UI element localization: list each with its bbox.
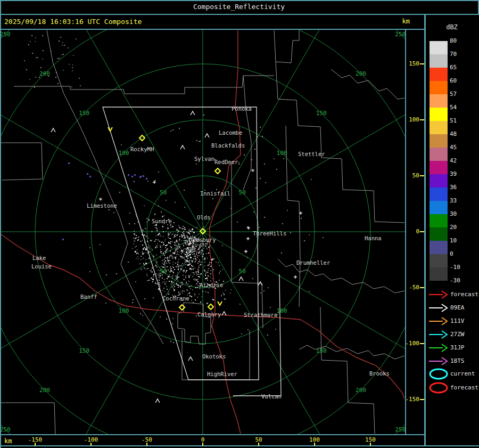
echo-pixel — [32, 53, 33, 54]
colorbar-tick-label: 42 — [450, 158, 468, 164]
echo-pixel — [160, 275, 161, 276]
echo-pixel — [224, 294, 225, 295]
echo-pixel — [55, 77, 56, 78]
echo-pixel — [160, 251, 161, 252]
echo-pixel — [205, 275, 206, 276]
city-label: Lacombe — [219, 129, 242, 136]
echo-pixel — [170, 227, 171, 228]
echo-pixel — [56, 72, 57, 73]
echo-pixel — [135, 214, 136, 215]
echo-pixel — [164, 262, 165, 263]
echo-pixel — [179, 294, 180, 295]
echo-pixel — [71, 86, 72, 87]
echo-pixel — [283, 158, 284, 159]
echo-pixel — [35, 77, 36, 78]
echo-pixel — [159, 284, 160, 285]
echo-pixel — [132, 302, 133, 303]
echo-pixel — [178, 292, 179, 293]
echo-pixel — [147, 181, 148, 182]
echo-pixel — [172, 286, 173, 287]
city-label: RockyMH — [130, 146, 154, 152]
colorbar-tick-label: -30 — [450, 278, 468, 284]
legend-arrow-icon — [428, 328, 449, 341]
echo-pixel — [175, 263, 176, 264]
echo-pixel — [156, 262, 158, 263]
echo-pixel — [181, 256, 182, 257]
echo-pixel — [189, 255, 191, 256]
echo-pixel — [156, 274, 158, 275]
echo-pixel — [155, 273, 156, 274]
echo-pixel — [192, 244, 193, 245]
echo-pixel — [35, 37, 36, 38]
echo-pixel — [161, 242, 162, 243]
echo-pixel — [200, 243, 201, 244]
echo-pixel — [263, 290, 265, 291]
colorbar-swatch — [430, 108, 448, 121]
echo-pixel — [151, 271, 153, 273]
echo-pixel — [199, 255, 200, 256]
echo-pixel — [176, 256, 177, 257]
echo-pixel — [191, 252, 192, 254]
echo-pixel — [257, 265, 258, 266]
echo-pixel — [196, 245, 197, 246]
echo-pixel — [186, 264, 187, 265]
echo-pixel — [154, 225, 155, 226]
echo-pixel — [168, 242, 169, 243]
echo-pixel — [166, 319, 167, 320]
echo-pixel — [186, 283, 187, 284]
echo-pixel — [189, 247, 191, 248]
echo-pixel — [208, 268, 209, 269]
echo-pixel — [142, 230, 143, 231]
range-ring-label: 250 — [1, 426, 11, 433]
echo-pixel — [187, 242, 188, 243]
echo-pixel — [177, 251, 178, 252]
bottom-axis-tick — [90, 443, 92, 446]
echo-pixel — [301, 218, 302, 219]
echo-pixel — [153, 266, 154, 267]
colorbar-swatch — [430, 201, 448, 214]
range-ring-label: 50 — [160, 268, 167, 275]
echo-pixel — [197, 297, 198, 298]
echo-pixel — [172, 318, 174, 319]
echo-pixel — [170, 272, 171, 273]
echo-pixel — [188, 281, 189, 282]
echo-pixel — [213, 269, 214, 270]
echo-pixel — [172, 233, 174, 234]
echo-pixel — [182, 228, 184, 230]
echo-pixel — [169, 276, 170, 277]
echo-pixel — [144, 267, 145, 268]
echo-pixel — [189, 268, 191, 270]
echo-pixel — [167, 258, 168, 259]
divider — [0, 445, 479, 446]
echo-pixel — [145, 228, 146, 229]
echo-pixel — [182, 290, 183, 291]
echo-pixel — [193, 268, 194, 270]
city-label: Drumheller — [296, 259, 330, 266]
echo-pixel — [170, 241, 171, 242]
echo-pixel — [156, 263, 157, 264]
echo-pixel — [178, 231, 179, 232]
echo-pixel — [178, 261, 179, 262]
echo-pixel — [201, 296, 202, 297]
echo-pixel — [105, 303, 106, 304]
echo-pixel — [156, 227, 157, 229]
echo-pixel — [172, 256, 174, 258]
echo-pixel — [199, 259, 200, 260]
echo-pixel — [187, 247, 188, 249]
echo-pixel — [189, 233, 190, 234]
city-label: Ponoka — [232, 105, 252, 112]
echo-pixel — [153, 274, 154, 275]
echo-pixel — [155, 235, 156, 236]
echo-pixel — [151, 231, 153, 232]
bottom-axis-tick — [35, 443, 36, 446]
echo-pixel — [183, 270, 185, 271]
radar-map[interactable]: 5050505010010010010015015015015020020020… — [1, 30, 405, 434]
echo-pixel — [185, 254, 186, 255]
echo-pixel — [168, 234, 169, 235]
legend-arrow-icon — [428, 341, 449, 354]
echo-pixel — [177, 274, 178, 275]
legend-label: forecast — [450, 291, 478, 298]
echo-pixel — [206, 253, 207, 254]
echo-pixel — [142, 234, 143, 235]
echo-pixel — [30, 41, 31, 42]
